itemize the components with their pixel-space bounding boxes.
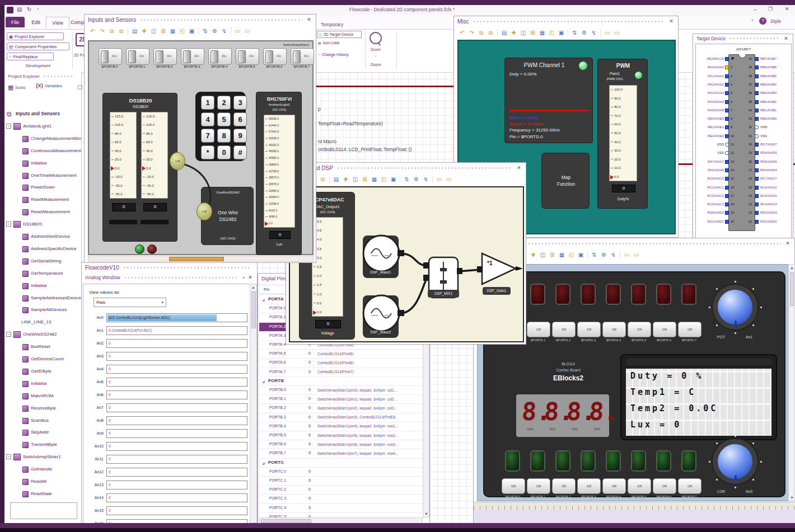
analog-row-value[interactable]: 0	[106, 455, 247, 464]
pin-pad[interactable]	[755, 74, 759, 78]
knob-ball[interactable]	[718, 290, 752, 324]
toolbar-icon[interactable]: ✚	[509, 29, 518, 37]
toolbar-icon[interactable]: ▭	[445, 175, 453, 183]
pin-pad[interactable]	[755, 203, 759, 206]
analog-row-value[interactable]: 0	[106, 506, 247, 515]
toolbar-icon[interactable]: ◰	[380, 175, 388, 183]
save-icon[interactable]: ▤	[17, 6, 22, 12]
toolbar-icon[interactable]: ◫	[149, 27, 158, 35]
switch-knob[interactable]	[238, 50, 246, 63]
toggle-button[interactable]: Off	[678, 478, 702, 494]
slide-switch[interactable]: On	[181, 48, 204, 65]
tree-item[interactable]: GetSerialString	[4, 256, 81, 268]
digital-pin-row[interactable]: PORTB.30SwitchArraySlider1(pin3), ComboB…	[259, 413, 423, 422]
dsp-canvas[interactable]: MCP47x6DAC DAC_Output1 (I2C CH3) 5.04.54…	[289, 186, 524, 342]
tree-item[interactable]: SampleAllDevices	[4, 304, 81, 317]
ds18b20-block[interactable]: DS18B20 DS18B20 125.0105.085.065.045.025…	[102, 93, 177, 242]
pin-pad[interactable]	[755, 91, 759, 95]
vertical-scrollbar[interactable]: ▲ ▼	[788, 264, 795, 501]
tree-item[interactable]: ⧉Inputs and Sensors	[4, 109, 81, 121]
onewire-bubble-2[interactable]: 1-W	[197, 203, 212, 220]
tree-item[interactable]: ReadAll	[4, 476, 81, 488]
toggle-button[interactable]: Off	[527, 478, 550, 494]
undo-icon[interactable]: ↻	[27, 6, 31, 12]
expander-icon[interactable]: −	[6, 124, 11, 129]
digital-pin-row[interactable]: PORTC.10	[259, 477, 423, 486]
toggle-button[interactable]: Off	[527, 322, 550, 337]
toggle-button[interactable]: Off	[577, 478, 601, 494]
keypad-key[interactable]: 5	[217, 112, 231, 126]
slide-switch[interactable]: On	[208, 48, 232, 65]
toggle-button[interactable]: Off	[602, 322, 626, 337]
pin-pad[interactable]	[725, 168, 729, 172]
analog-row-value[interactable]: 0	[106, 390, 247, 399]
digital-pin-row[interactable]: PORTA.60ComboBL0114(PinA6)	[259, 359, 423, 368]
digital-pin-row[interactable]: PORTB.60SwitchArraySlider1(pin6), keypad…	[259, 440, 423, 449]
column-header[interactable]: Pin	[264, 288, 269, 291]
pin-pad[interactable]	[725, 117, 729, 121]
toolbar-icon[interactable]: ◰	[548, 29, 556, 37]
toolbar-icon[interactable]: ▭	[435, 175, 443, 183]
pin-pad[interactable]	[725, 83, 729, 87]
help-icon[interactable]: ?	[759, 17, 766, 25]
digital-pin-row[interactable]: PORTA.50ComboBL0114(PinA5)	[259, 350, 423, 359]
pin-pad[interactable]	[725, 125, 729, 129]
toolbar-icon[interactable]: ⊞	[529, 29, 537, 37]
toggle-button[interactable]: Off	[552, 322, 576, 337]
tree-item[interactable]: ChangeMeasurementMode	[4, 133, 81, 145]
keypad-key[interactable]: 0	[217, 145, 231, 159]
toolbar-icon[interactable]: ▭	[603, 29, 611, 37]
toolbar-icon[interactable]: ⇅	[403, 175, 411, 183]
toolbar-icon[interactable]: ▣	[188, 27, 196, 35]
toggle-2d-target-device[interactable]: ◳2D Target Device	[317, 31, 362, 38]
toolbar-icon[interactable]: ⧉	[319, 175, 327, 183]
analog-row-value[interactable]: 0	[106, 378, 247, 387]
digital-pin-row[interactable]: PORTA.70ComboBL0114(PinA7)	[259, 368, 423, 377]
toggle-button[interactable]: Off	[628, 478, 651, 494]
tree-item[interactable]: ResetMeasurement	[4, 206, 81, 219]
keypad-key[interactable]: 4	[201, 112, 214, 126]
toolbar-icon[interactable]: ✚	[529, 251, 537, 259]
toolbar-icon[interactable]: ⇅	[201, 27, 209, 35]
pwm-scale[interactable]: 100.090.080.070.060.050.040.030.020.010.…	[609, 85, 637, 181]
tree-item[interactable]: GetTemperature	[4, 268, 81, 280]
toolbar-icon[interactable]: ↶	[458, 29, 466, 37]
digital-pin-row[interactable]: PORTB.50SwitchArraySlider1(pin5), keypad…	[259, 431, 423, 440]
analog-row-value[interactable]: 0	[106, 403, 247, 412]
pin-pad[interactable]	[725, 194, 729, 198]
keypad-key[interactable]: 3	[233, 96, 247, 110]
toolbar-icon[interactable]: ⇅	[570, 29, 579, 37]
toolbar-icon[interactable]: ✚	[140, 27, 148, 35]
pin-pad[interactable]	[725, 160, 729, 164]
toggle-button[interactable]: Off	[602, 478, 626, 494]
tree-item[interactable]: ScanBus	[4, 415, 81, 427]
tree-item[interactable]: −SwitchArraySlider1	[4, 451, 81, 464]
toolbar-icon[interactable]: ⚙	[600, 251, 608, 259]
variables-toolbar-button[interactable]: {X} Variables	[36, 83, 62, 88]
analog-row-value[interactable]: 825 ComboBL0114(LightSensor ADC)	[106, 313, 247, 322]
keypad-key[interactable]: 9	[233, 129, 247, 143]
tree-item[interactable]: −OneWireDS2482	[4, 329, 81, 341]
tree-item[interactable]: LINK_LINE_13	[4, 317, 81, 329]
digital-pin-row[interactable]: PORTB.00SwitchArraySlider1(pin0), keypad…	[259, 386, 423, 395]
toolbar-icon[interactable]: ▦	[169, 27, 177, 35]
tree-item[interactable]: Initialise	[4, 378, 81, 390]
pin-pad[interactable]	[725, 220, 729, 224]
pin-pad[interactable]	[725, 177, 729, 181]
toggle-button[interactable]: Off	[552, 478, 576, 494]
keypad-key[interactable]: 8	[217, 129, 231, 143]
tree-item[interactable]: −DS18B20	[4, 219, 81, 231]
pin-pad[interactable]	[725, 91, 729, 95]
slide-switch[interactable]: On	[263, 48, 287, 65]
component-properties-button[interactable]: ▤Component Properties	[7, 43, 69, 50]
digital-pin-row[interactable]: PORTB.70SwitchArraySlider1(pin7), keypad…	[259, 449, 423, 458]
tree-item[interactable]: Initialise	[4, 280, 81, 293]
toolbar-icon[interactable]: ▣	[557, 29, 565, 37]
analog-row-value[interactable]: 0	[106, 493, 247, 502]
toolbar-icon[interactable]: ▤	[130, 27, 139, 35]
toolbar-icon[interactable]: ▦	[538, 29, 546, 37]
pin-pad[interactable]	[755, 100, 759, 104]
toolbar-icon[interactable]: ◰	[178, 27, 186, 35]
keypad-key[interactable]: 7	[201, 129, 214, 143]
tab-view[interactable]: View	[46, 17, 69, 28]
